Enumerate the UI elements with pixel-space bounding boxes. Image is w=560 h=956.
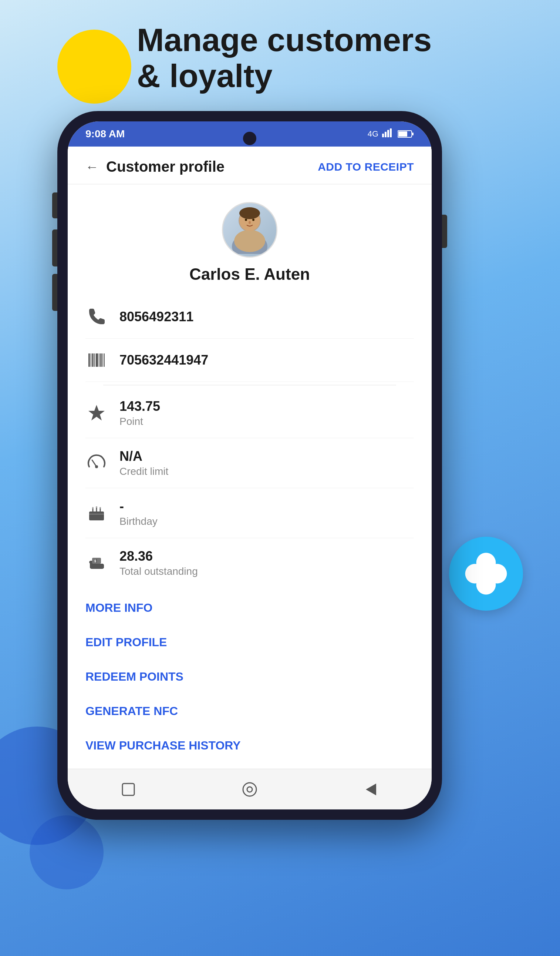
phone-info: 8056492311 xyxy=(119,309,193,325)
svg-rect-44 xyxy=(122,783,134,796)
svg-point-45 xyxy=(243,783,256,796)
barcode-icon xyxy=(85,349,108,371)
phone-value: 8056492311 xyxy=(119,309,193,325)
points-info: 143.75 Point xyxy=(119,399,160,428)
info-row-outstanding: $ 28.36 Total outstanding xyxy=(85,538,414,588)
back-button[interactable]: ← xyxy=(85,159,99,175)
info-row-barcode: 705632441947 xyxy=(85,339,414,382)
silent-button xyxy=(52,274,57,311)
svg-text:58: 58 xyxy=(408,132,412,136)
add-to-receipt-button[interactable]: ADD TO RECEIPT xyxy=(318,160,414,173)
credit-label: Credit limit xyxy=(119,465,168,478)
svg-rect-5 xyxy=(382,134,384,137)
svg-rect-33 xyxy=(89,511,104,520)
birthday-info: - Birthday xyxy=(119,498,158,527)
star-icon xyxy=(85,402,108,424)
volume-down-button xyxy=(52,230,57,266)
svg-rect-6 xyxy=(385,132,386,137)
outstanding-label: Total outstanding xyxy=(119,566,198,577)
status-time: 9:08 AM xyxy=(85,128,125,140)
barcode-value: 705632441947 xyxy=(119,352,208,368)
decorative-blue-circle-2 xyxy=(30,815,104,889)
birthday-label: Birthday xyxy=(119,516,158,527)
clover-badge xyxy=(449,537,523,611)
info-row-credit: N/A Credit limit xyxy=(85,438,414,488)
svg-rect-23 xyxy=(92,354,94,367)
nav-back-button[interactable] xyxy=(358,777,384,802)
svg-rect-21 xyxy=(88,354,90,367)
edit-profile-link[interactable]: EDIT PROFILE xyxy=(85,625,414,660)
phone-frame: 9:08 AM 4G xyxy=(57,111,442,820)
points-label: Point xyxy=(119,416,160,428)
avatar-image xyxy=(226,206,274,254)
credit-value: N/A xyxy=(119,448,168,464)
barcode-info: 705632441947 xyxy=(119,352,208,368)
svg-rect-34 xyxy=(89,514,104,514)
birthday-icon xyxy=(85,502,108,524)
camera-notch xyxy=(243,132,256,145)
outstanding-info: 28.36 Total outstanding xyxy=(119,549,198,577)
svg-rect-26 xyxy=(99,354,99,367)
svg-rect-29 xyxy=(104,354,105,367)
svg-rect-38 xyxy=(92,507,94,508)
credit-info: N/A Credit limit xyxy=(119,448,168,478)
nav-home-button[interactable] xyxy=(237,777,263,802)
svg-point-15 xyxy=(234,230,265,252)
profile-section: Carlos E. Auten xyxy=(68,184,431,296)
redeem-points-link[interactable]: REDEEM POINTS xyxy=(85,660,414,694)
svg-rect-40 xyxy=(99,507,101,508)
signal-bars-icon xyxy=(382,129,394,140)
bottom-nav xyxy=(68,769,431,810)
header-title: Customer profile xyxy=(106,159,224,175)
action-links: MORE INFO EDIT PROFILE REDEEM POINTS GEN… xyxy=(68,588,431,769)
customer-name: Carlos E. Auten xyxy=(189,265,310,283)
svg-text:$: $ xyxy=(94,559,96,563)
svg-point-18 xyxy=(245,219,247,221)
divider-1 xyxy=(103,385,396,385)
svg-rect-24 xyxy=(94,354,95,367)
svg-marker-47 xyxy=(366,783,376,796)
svg-rect-27 xyxy=(100,354,102,367)
svg-point-32 xyxy=(95,465,98,468)
info-section: 8056492311 xyxy=(68,296,431,588)
svg-point-19 xyxy=(252,219,254,221)
decorative-yellow-circle xyxy=(57,30,131,104)
svg-rect-10 xyxy=(398,131,407,137)
svg-rect-28 xyxy=(102,354,103,367)
info-row-points: 143.75 Point xyxy=(85,388,414,438)
page-header: Manage customers & loyalty xyxy=(137,22,530,94)
nav-square-button[interactable] xyxy=(115,777,141,802)
svg-rect-7 xyxy=(387,130,389,137)
generate-nfc-link[interactable]: GENERATE NFC xyxy=(85,694,414,728)
avatar xyxy=(222,202,278,258)
svg-rect-22 xyxy=(91,354,91,367)
svg-point-17 xyxy=(239,207,260,219)
app-header: ← Customer profile ADD TO RECEIPT xyxy=(68,146,431,184)
view-purchase-history-link[interactable]: VIEW PURCHASE HISTORY xyxy=(85,728,414,763)
points-value: 143.75 xyxy=(119,399,160,414)
svg-rect-39 xyxy=(96,506,97,508)
outstanding-value: 28.36 xyxy=(119,549,198,564)
status-icons: 4G 58 xyxy=(368,129,414,140)
svg-marker-30 xyxy=(88,405,105,420)
battery-icon: 58 xyxy=(398,130,414,138)
power-button xyxy=(442,215,447,248)
info-row-phone: 8056492311 xyxy=(85,296,414,339)
page-title: Manage customers & loyalty xyxy=(137,22,530,94)
phone-icon xyxy=(85,306,108,328)
svg-point-4 xyxy=(478,566,494,582)
svg-point-46 xyxy=(247,787,252,792)
signal-4g-icon: 4G xyxy=(368,129,378,139)
birthday-value: - xyxy=(119,498,158,514)
svg-point-20 xyxy=(249,221,251,224)
clover-icon xyxy=(464,552,508,596)
header-left: ← Customer profile xyxy=(85,159,224,175)
volume-up-button xyxy=(52,192,57,219)
money-icon: $ xyxy=(85,552,108,574)
info-row-birthday: - Birthday xyxy=(85,488,414,538)
more-info-link[interactable]: MORE INFO xyxy=(85,591,414,625)
gauge-icon xyxy=(85,452,108,474)
svg-rect-25 xyxy=(96,354,98,367)
svg-rect-11 xyxy=(412,132,414,135)
phone-screen: 9:08 AM 4G xyxy=(68,121,431,810)
